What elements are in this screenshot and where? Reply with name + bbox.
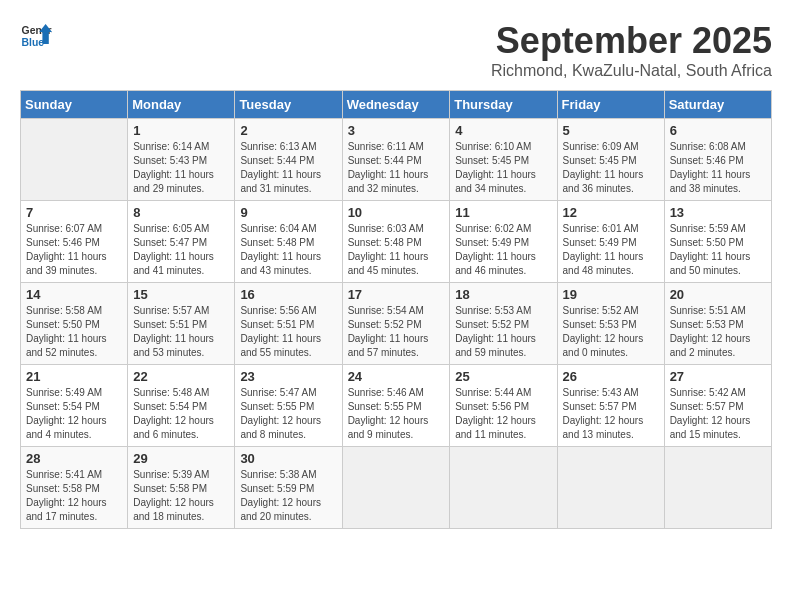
day-number: 4 bbox=[455, 123, 551, 138]
calendar-cell: 26 Sunrise: 5:43 AM Sunset: 5:57 PM Dayl… bbox=[557, 365, 664, 447]
calendar-cell: 20 Sunrise: 5:51 AM Sunset: 5:53 PM Dayl… bbox=[664, 283, 771, 365]
sunset-label: Sunset: 5:46 PM bbox=[26, 237, 100, 248]
calendar-cell: 24 Sunrise: 5:46 AM Sunset: 5:55 PM Dayl… bbox=[342, 365, 450, 447]
day-number: 1 bbox=[133, 123, 229, 138]
sunrise-label: Sunrise: 6:11 AM bbox=[348, 141, 424, 152]
sunset-label: Sunset: 5:52 PM bbox=[455, 319, 529, 330]
location-title: Richmond, KwaZulu-Natal, South Africa bbox=[491, 62, 772, 80]
sunset-label: Sunset: 5:48 PM bbox=[348, 237, 422, 248]
calendar-week-5: 28 Sunrise: 5:41 AM Sunset: 5:58 PM Dayl… bbox=[21, 447, 772, 529]
daylight-label: Daylight: 12 hours and 11 minutes. bbox=[455, 415, 536, 440]
sunset-label: Sunset: 5:56 PM bbox=[455, 401, 529, 412]
sunrise-label: Sunrise: 6:01 AM bbox=[563, 223, 639, 234]
day-info: Sunrise: 5:47 AM Sunset: 5:55 PM Dayligh… bbox=[240, 386, 336, 442]
sunrise-label: Sunrise: 6:05 AM bbox=[133, 223, 209, 234]
daylight-label: Daylight: 11 hours and 32 minutes. bbox=[348, 169, 429, 194]
day-number: 26 bbox=[563, 369, 659, 384]
day-number: 11 bbox=[455, 205, 551, 220]
daylight-label: Daylight: 12 hours and 0 minutes. bbox=[563, 333, 644, 358]
calendar-cell: 12 Sunrise: 6:01 AM Sunset: 5:49 PM Dayl… bbox=[557, 201, 664, 283]
sunset-label: Sunset: 5:57 PM bbox=[670, 401, 744, 412]
sunset-label: Sunset: 5:49 PM bbox=[455, 237, 529, 248]
calendar-cell: 4 Sunrise: 6:10 AM Sunset: 5:45 PM Dayli… bbox=[450, 119, 557, 201]
day-info: Sunrise: 5:43 AM Sunset: 5:57 PM Dayligh… bbox=[563, 386, 659, 442]
sunrise-label: Sunrise: 5:56 AM bbox=[240, 305, 316, 316]
daylight-label: Daylight: 11 hours and 41 minutes. bbox=[133, 251, 214, 276]
day-number: 21 bbox=[26, 369, 122, 384]
day-info: Sunrise: 6:01 AM Sunset: 5:49 PM Dayligh… bbox=[563, 222, 659, 278]
daylight-label: Daylight: 12 hours and 13 minutes. bbox=[563, 415, 644, 440]
sunset-label: Sunset: 5:58 PM bbox=[26, 483, 100, 494]
sunset-label: Sunset: 5:55 PM bbox=[240, 401, 314, 412]
daylight-label: Daylight: 11 hours and 38 minutes. bbox=[670, 169, 751, 194]
sunset-label: Sunset: 5:45 PM bbox=[455, 155, 529, 166]
page-header: General Blue September 2025 Richmond, Kw… bbox=[20, 20, 772, 80]
sunrise-label: Sunrise: 5:42 AM bbox=[670, 387, 746, 398]
daylight-label: Daylight: 12 hours and 2 minutes. bbox=[670, 333, 751, 358]
sunrise-label: Sunrise: 6:07 AM bbox=[26, 223, 102, 234]
sunset-label: Sunset: 5:54 PM bbox=[26, 401, 100, 412]
column-header-monday: Monday bbox=[128, 91, 235, 119]
day-number: 9 bbox=[240, 205, 336, 220]
calendar-cell: 14 Sunrise: 5:58 AM Sunset: 5:50 PM Dayl… bbox=[21, 283, 128, 365]
day-number: 6 bbox=[670, 123, 766, 138]
calendar-cell: 15 Sunrise: 5:57 AM Sunset: 5:51 PM Dayl… bbox=[128, 283, 235, 365]
daylight-label: Daylight: 12 hours and 17 minutes. bbox=[26, 497, 107, 522]
calendar-cell: 10 Sunrise: 6:03 AM Sunset: 5:48 PM Dayl… bbox=[342, 201, 450, 283]
sunset-label: Sunset: 5:50 PM bbox=[670, 237, 744, 248]
day-info: Sunrise: 6:13 AM Sunset: 5:44 PM Dayligh… bbox=[240, 140, 336, 196]
sunset-label: Sunset: 5:57 PM bbox=[563, 401, 637, 412]
day-info: Sunrise: 5:38 AM Sunset: 5:59 PM Dayligh… bbox=[240, 468, 336, 524]
daylight-label: Daylight: 11 hours and 46 minutes. bbox=[455, 251, 536, 276]
day-info: Sunrise: 5:49 AM Sunset: 5:54 PM Dayligh… bbox=[26, 386, 122, 442]
month-title: September 2025 bbox=[491, 20, 772, 62]
day-info: Sunrise: 5:52 AM Sunset: 5:53 PM Dayligh… bbox=[563, 304, 659, 360]
daylight-label: Daylight: 12 hours and 20 minutes. bbox=[240, 497, 321, 522]
day-info: Sunrise: 6:02 AM Sunset: 5:49 PM Dayligh… bbox=[455, 222, 551, 278]
calendar-cell: 7 Sunrise: 6:07 AM Sunset: 5:46 PM Dayli… bbox=[21, 201, 128, 283]
day-info: Sunrise: 6:14 AM Sunset: 5:43 PM Dayligh… bbox=[133, 140, 229, 196]
sunrise-label: Sunrise: 6:04 AM bbox=[240, 223, 316, 234]
calendar-week-1: 1 Sunrise: 6:14 AM Sunset: 5:43 PM Dayli… bbox=[21, 119, 772, 201]
sunrise-label: Sunrise: 5:53 AM bbox=[455, 305, 531, 316]
calendar-cell bbox=[450, 447, 557, 529]
calendar-week-4: 21 Sunrise: 5:49 AM Sunset: 5:54 PM Dayl… bbox=[21, 365, 772, 447]
logo: General Blue bbox=[20, 20, 52, 52]
sunset-label: Sunset: 5:54 PM bbox=[133, 401, 207, 412]
calendar-cell bbox=[21, 119, 128, 201]
calendar-cell: 2 Sunrise: 6:13 AM Sunset: 5:44 PM Dayli… bbox=[235, 119, 342, 201]
calendar-week-2: 7 Sunrise: 6:07 AM Sunset: 5:46 PM Dayli… bbox=[21, 201, 772, 283]
calendar-cell: 25 Sunrise: 5:44 AM Sunset: 5:56 PM Dayl… bbox=[450, 365, 557, 447]
daylight-label: Daylight: 12 hours and 4 minutes. bbox=[26, 415, 107, 440]
daylight-label: Daylight: 11 hours and 50 minutes. bbox=[670, 251, 751, 276]
daylight-label: Daylight: 12 hours and 8 minutes. bbox=[240, 415, 321, 440]
calendar-cell: 1 Sunrise: 6:14 AM Sunset: 5:43 PM Dayli… bbox=[128, 119, 235, 201]
daylight-label: Daylight: 12 hours and 6 minutes. bbox=[133, 415, 214, 440]
calendar-cell: 21 Sunrise: 5:49 AM Sunset: 5:54 PM Dayl… bbox=[21, 365, 128, 447]
calendar-table: SundayMondayTuesdayWednesdayThursdayFrid… bbox=[20, 90, 772, 529]
calendar-cell bbox=[342, 447, 450, 529]
day-number: 29 bbox=[133, 451, 229, 466]
day-info: Sunrise: 6:04 AM Sunset: 5:48 PM Dayligh… bbox=[240, 222, 336, 278]
day-number: 16 bbox=[240, 287, 336, 302]
daylight-label: Daylight: 11 hours and 39 minutes. bbox=[26, 251, 107, 276]
calendar-cell bbox=[664, 447, 771, 529]
day-info: Sunrise: 5:56 AM Sunset: 5:51 PM Dayligh… bbox=[240, 304, 336, 360]
daylight-label: Daylight: 11 hours and 59 minutes. bbox=[455, 333, 536, 358]
sunrise-label: Sunrise: 5:43 AM bbox=[563, 387, 639, 398]
calendar-cell: 13 Sunrise: 5:59 AM Sunset: 5:50 PM Dayl… bbox=[664, 201, 771, 283]
calendar-cell: 23 Sunrise: 5:47 AM Sunset: 5:55 PM Dayl… bbox=[235, 365, 342, 447]
calendar-cell: 30 Sunrise: 5:38 AM Sunset: 5:59 PM Dayl… bbox=[235, 447, 342, 529]
title-section: September 2025 Richmond, KwaZulu-Natal, … bbox=[491, 20, 772, 80]
sunrise-label: Sunrise: 5:51 AM bbox=[670, 305, 746, 316]
svg-text:Blue: Blue bbox=[22, 37, 45, 48]
sunrise-label: Sunrise: 5:47 AM bbox=[240, 387, 316, 398]
logo-icon: General Blue bbox=[20, 20, 52, 52]
day-number: 10 bbox=[348, 205, 445, 220]
daylight-label: Daylight: 11 hours and 43 minutes. bbox=[240, 251, 321, 276]
day-number: 14 bbox=[26, 287, 122, 302]
daylight-label: Daylight: 11 hours and 29 minutes. bbox=[133, 169, 214, 194]
day-number: 8 bbox=[133, 205, 229, 220]
sunset-label: Sunset: 5:51 PM bbox=[133, 319, 207, 330]
sunset-label: Sunset: 5:43 PM bbox=[133, 155, 207, 166]
